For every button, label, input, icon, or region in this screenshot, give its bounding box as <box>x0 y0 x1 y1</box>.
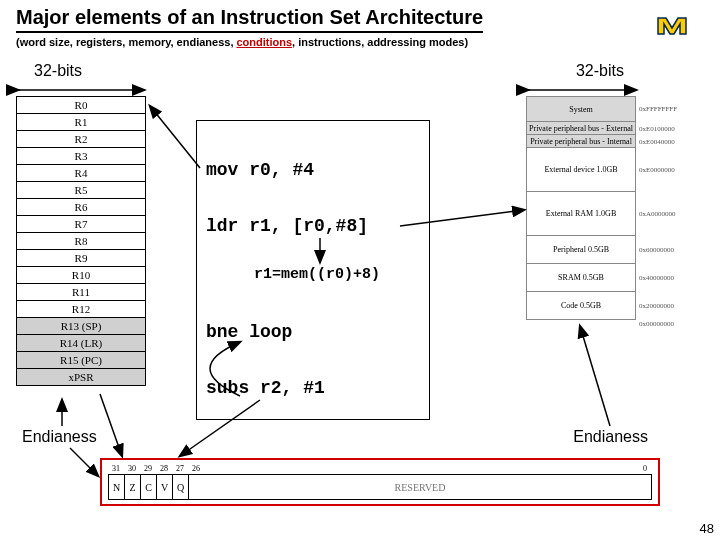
memory-row: External RAM 1.0GB0xA0000000 <box>526 192 690 236</box>
register-cell: R3 <box>17 148 146 165</box>
table-row: R13 (SP) <box>17 318 146 335</box>
psr-bit-numbers: 31 30 29 28 27 26 0 <box>108 464 652 474</box>
register-cell: R13 (SP) <box>17 318 146 335</box>
psr-cells: N Z C V Q RESERVED <box>108 474 652 500</box>
memory-row: System0xFFFFFFFF <box>526 96 690 122</box>
page-number: 48 <box>700 521 714 536</box>
memory-row: Code 0.5GB0x20000000 <box>526 292 690 320</box>
table-row: R12 <box>17 301 146 318</box>
subtitle-post: , instructions, addressing modes) <box>292 36 468 48</box>
psr-reserved: RESERVED <box>189 475 651 499</box>
psr-flag-q: Q <box>173 475 189 499</box>
table-row: R0 <box>17 97 146 114</box>
table-row: R14 (LR) <box>17 335 146 352</box>
memory-region: External RAM 1.0GB <box>526 192 636 236</box>
register-cell: R4 <box>17 165 146 182</box>
memory-row: Peripheral 0.5GB0x60000000 <box>526 236 690 264</box>
table-row: R15 (PC) <box>17 352 146 369</box>
code-bne: bne loop <box>206 322 292 342</box>
psr-flag-z: Z <box>125 475 141 499</box>
memory-map: System0xFFFFFFFFPrivate peripheral bus -… <box>526 96 690 328</box>
psr-flag-n: N <box>109 475 125 499</box>
register-cell: R9 <box>17 250 146 267</box>
memory-region: Private peripheral bus - External <box>526 122 636 135</box>
memory-region: System <box>526 96 636 122</box>
register-cell: xPSR <box>17 369 146 386</box>
memory-region: External device 1.0GB <box>526 148 636 192</box>
svg-line-6 <box>70 448 98 476</box>
slide-subtitle: (word size, registers, memory, endianess… <box>16 36 468 48</box>
bits-label-right: 32-bits <box>576 62 624 80</box>
register-cell: R8 <box>17 233 146 250</box>
memory-address: 0x60000000 <box>636 246 690 254</box>
table-row: R5 <box>17 182 146 199</box>
subtitle-conditions: conditions <box>237 36 293 48</box>
slide-title: Major elements of an Instruction Set Arc… <box>16 6 483 33</box>
register-cell: R0 <box>17 97 146 114</box>
table-row: R8 <box>17 233 146 250</box>
register-cell: R14 (LR) <box>17 335 146 352</box>
table-row: R6 <box>17 199 146 216</box>
memory-row: Private peripheral bus - External0xE0100… <box>526 122 690 135</box>
register-cell: R10 <box>17 267 146 284</box>
memory-row: SRAM 0.5GB0x40000000 <box>526 264 690 292</box>
register-cell: R1 <box>17 114 146 131</box>
subtitle-pre: (word size, registers, memory, endianess… <box>16 36 237 48</box>
michigan-logo <box>656 8 702 36</box>
memory-row: Private peripheral bus - Internal0xE0040… <box>526 135 690 148</box>
register-cell: R11 <box>17 284 146 301</box>
code-ldr-explain: r1=mem((r0)+8) <box>254 266 380 283</box>
memory-address: 0xE0100000 <box>636 125 690 133</box>
register-cell: R6 <box>17 199 146 216</box>
register-table: R0 R1 R2 R3 R4 R5 R6 R7 R8 R9 R10 R11 R1… <box>16 96 146 386</box>
table-row: R4 <box>17 165 146 182</box>
code-ldr: ldr r1, [r0,#8] <box>206 216 368 236</box>
svg-line-2 <box>150 106 200 168</box>
table-row: R2 <box>17 131 146 148</box>
svg-line-9 <box>100 394 122 456</box>
table-row: R9 <box>17 250 146 267</box>
bits-label-left: 32-bits <box>34 62 82 80</box>
code-mov: mov r0, #4 <box>206 160 314 180</box>
table-row: R11 <box>17 284 146 301</box>
table-row: R1 <box>17 114 146 131</box>
psr-flag-v: V <box>157 475 173 499</box>
memory-address: 0x20000000 <box>636 302 690 310</box>
psr-box: 31 30 29 28 27 26 0 N Z C V Q RESERVED <box>100 458 660 506</box>
memory-region: Code 0.5GB <box>526 292 636 320</box>
memory-address: 0xE0000000 <box>636 166 690 174</box>
register-cell: R5 <box>17 182 146 199</box>
memory-address: 0xA0000000 <box>636 210 690 218</box>
table-row: xPSR <box>17 369 146 386</box>
memory-row: External device 1.0GB0xE0000000 <box>526 148 690 192</box>
svg-line-7 <box>580 326 610 426</box>
table-row: R7 <box>17 216 146 233</box>
psr-flag-c: C <box>141 475 157 499</box>
table-row: R3 <box>17 148 146 165</box>
memory-region: Peripheral 0.5GB <box>526 236 636 264</box>
register-cell: R7 <box>17 216 146 233</box>
memory-address: 0xE0040000 <box>636 138 690 146</box>
memory-address: 0xFFFFFFFF <box>636 105 690 113</box>
memory-address: 0x00000000 <box>636 320 690 328</box>
endianess-label-right: Endianess <box>573 428 648 446</box>
memory-region: Private peripheral bus - Internal <box>526 135 636 148</box>
register-cell: R2 <box>17 131 146 148</box>
endianess-label-left: Endianess <box>22 428 97 446</box>
memory-region: SRAM 0.5GB <box>526 264 636 292</box>
register-cell: R15 (PC) <box>17 352 146 369</box>
memory-address: 0x40000000 <box>636 274 690 282</box>
table-row: R10 <box>17 267 146 284</box>
register-cell: R12 <box>17 301 146 318</box>
code-subs: subs r2, #1 <box>206 378 325 398</box>
